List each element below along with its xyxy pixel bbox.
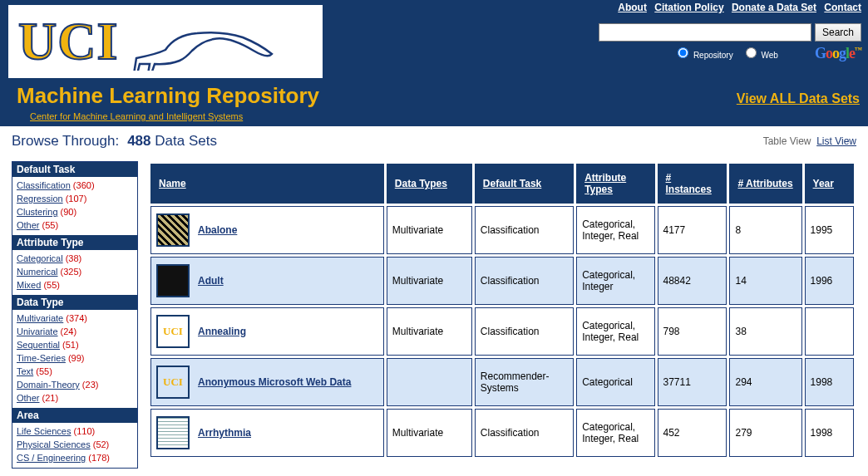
filter-section-header: Data Type (12, 295, 137, 310)
col-attributes[interactable]: # Attributes (729, 164, 801, 204)
nav-donate[interactable]: Donate a Data Set (732, 2, 816, 13)
dataset-thumb[interactable]: UCI (156, 315, 190, 348)
filter-link[interactable]: Numerical (17, 267, 58, 277)
logo-text: UCI (18, 11, 118, 72)
cell-attributes: 14 (729, 257, 801, 305)
filter-count: (325) (58, 267, 82, 277)
logo[interactable]: UCI (8, 5, 323, 78)
filter-count: (23) (80, 380, 99, 390)
dataset-thumb[interactable]: UCI (156, 366, 190, 399)
dataset-link[interactable]: Anonymous Microsoft Web Data (198, 376, 351, 388)
list-view-link[interactable]: List View (816, 135, 856, 147)
dataset-link[interactable]: Adult (198, 275, 224, 287)
filter-section: Life Sciences (110)Physical Sciences (52… (12, 423, 137, 468)
cell-attribute-types: Categorical, Integer (576, 257, 654, 305)
filter-section: Categorical (38)Numerical (325)Mixed (55… (12, 250, 137, 295)
cell-data-types: Multivariate (387, 307, 472, 356)
filter-link[interactable]: Multivariate (17, 313, 63, 323)
filter-count: (90) (58, 207, 77, 217)
dataset-count: 488 (127, 133, 150, 149)
radio-web[interactable]: Web (742, 45, 778, 60)
radio-repository[interactable]: Repository (673, 45, 733, 60)
cell-instances: 798 (658, 307, 727, 356)
center-link[interactable]: Center for Machine Learning and Intellig… (30, 111, 243, 121)
dataset-link[interactable]: Annealing (198, 326, 246, 337)
nav-contact[interactable]: Contact (824, 2, 861, 13)
filter-count: (21) (40, 393, 59, 403)
dataset-link[interactable]: Abalone (198, 224, 237, 236)
filter-sidebar: Default TaskClassification (360)Regressi… (12, 161, 138, 469)
col-name[interactable]: Name (150, 164, 384, 204)
filter-link[interactable]: Classification (17, 180, 71, 190)
cell-instances: 37711 (658, 358, 727, 406)
col-instances[interactable]: # Instances (658, 164, 727, 204)
table-row: ArrhythmiaMultivariateClassificationCate… (150, 409, 854, 457)
dataset-thumb[interactable] (156, 264, 190, 297)
cell-default-task: Classification (475, 409, 574, 457)
filter-section-header: Area (12, 408, 137, 423)
dataset-table: Name Data Types Default Task Attribute T… (148, 161, 856, 459)
dataset-count-suffix: Data Sets (155, 133, 217, 149)
cell-attribute-types: Categorical, Integer, Real (576, 307, 654, 356)
view-all-link[interactable]: View ALL Data Sets (737, 91, 860, 106)
table-view-label: Table View (763, 135, 811, 147)
col-data-types[interactable]: Data Types (387, 164, 472, 204)
cell-attribute-types: Categorical, Integer, Real (576, 409, 654, 457)
filter-count: (38) (63, 253, 82, 263)
cell-default-task: Classification (475, 307, 574, 356)
anteater-icon (128, 12, 278, 71)
cell-attributes: 8 (729, 206, 801, 254)
col-attribute-types[interactable]: Attribute Types (576, 164, 654, 204)
header-banner: UCI About Citation Policy Donate a Data … (0, 0, 868, 126)
cell-attributes: 294 (729, 358, 801, 406)
cell-attributes: 279 (729, 409, 801, 457)
cell-year (805, 307, 854, 356)
dataset-thumb[interactable] (156, 416, 190, 449)
dataset-table-area: Name Data Types Default Task Attribute T… (148, 161, 856, 459)
browse-bar: Browse Through: 488 Data Sets Table View… (0, 126, 868, 155)
cell-instances: 48842 (658, 257, 727, 305)
page-title: Machine Learning Repository (17, 83, 319, 109)
filter-count: (52) (91, 439, 110, 449)
dataset-link[interactable]: Arrhythmia (198, 427, 251, 439)
cell-year: 1995 (805, 206, 854, 254)
search-button[interactable]: Search (815, 23, 861, 42)
cell-attribute-types: Categorical (576, 358, 654, 406)
nav-citation[interactable]: Citation Policy (654, 2, 723, 13)
filter-count: (99) (66, 353, 85, 363)
filter-link[interactable]: CS / Engineering (17, 453, 86, 463)
filter-link[interactable]: Time-Series (17, 353, 66, 363)
cell-data-types: Multivariate (387, 206, 472, 254)
cell-year: 1996 (805, 257, 854, 305)
filter-link[interactable]: Sequential (17, 340, 60, 350)
cell-default-task: Classification (475, 206, 574, 254)
filter-count: (55) (40, 220, 59, 230)
col-year[interactable]: Year (805, 164, 854, 204)
filter-link[interactable]: Regression (17, 194, 63, 204)
filter-link[interactable]: Life Sciences (17, 426, 71, 436)
filter-link[interactable]: Other (17, 220, 40, 230)
filter-section: Classification (360)Regression (107)Clus… (12, 177, 137, 235)
filter-count: (107) (63, 194, 87, 204)
cell-data-types: Multivariate (387, 409, 472, 457)
cell-default-task: Classification (475, 257, 574, 305)
cell-year: 1998 (805, 409, 854, 457)
search-area: Search Repository Web Google™ (599, 23, 861, 62)
filter-link[interactable]: Text (17, 366, 33, 376)
cell-data-types: Multivariate (387, 257, 472, 305)
filter-link[interactable]: Physical Sciences (17, 439, 91, 449)
nav-about[interactable]: About (618, 2, 647, 13)
filter-count: (51) (60, 340, 79, 350)
table-row: UCIAnnealingMultivariateClassificationCa… (150, 307, 854, 356)
filter-link[interactable]: Univariate (17, 326, 58, 336)
cell-instances: 452 (658, 409, 727, 457)
filter-link[interactable]: Clustering (17, 207, 58, 217)
filter-link[interactable]: Mixed (17, 280, 41, 290)
filter-link[interactable]: Other (17, 393, 40, 403)
search-input[interactable] (599, 23, 811, 42)
col-default-task[interactable]: Default Task (475, 164, 574, 204)
filter-link[interactable]: Categorical (17, 253, 63, 263)
dataset-thumb[interactable] (156, 213, 190, 247)
filter-link[interactable]: Domain-Theory (17, 380, 80, 390)
filter-section: Multivariate (374)Univariate (24)Sequent… (12, 310, 137, 408)
